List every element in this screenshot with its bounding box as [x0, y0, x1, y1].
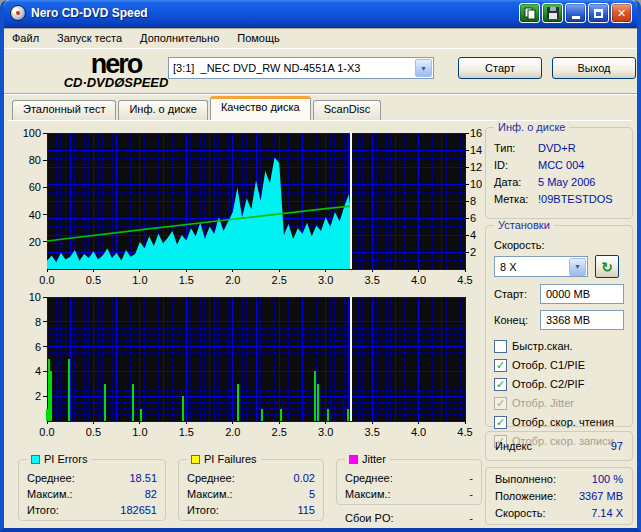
stat-value: 18.51 — [129, 470, 157, 486]
stat-title: PI Failures — [204, 453, 257, 465]
end-position-input[interactable]: 3368 MB — [540, 310, 624, 330]
stat-row: Максим.:- — [345, 486, 473, 502]
checkmark-icon: ✓ — [496, 360, 505, 371]
stat-label: Среднее: — [187, 470, 235, 486]
minimize-button[interactable] — [565, 3, 586, 23]
stat-col-PI Failures: PI FailuresСреднее:0.02Максим.:5Итого:11… — [178, 459, 324, 521]
tab-Качество диска[interactable]: Качество диска — [210, 96, 311, 120]
checkbox-box[interactable]: ✓ — [494, 359, 507, 372]
copy-icon — [524, 7, 536, 20]
svg-text:40: 40 — [29, 209, 41, 221]
svg-text:2.5: 2.5 — [272, 274, 287, 286]
svg-text:4.0: 4.0 — [411, 426, 426, 438]
svg-text:2: 2 — [470, 246, 476, 258]
pi-errors-chart: 204060801002468101214160.00.51.01.52.02.… — [9, 125, 483, 291]
end-position-row: Конец: 3368 MB — [494, 310, 624, 330]
svg-text:10: 10 — [470, 178, 482, 190]
checkbox-label: Отобр. C1/PIE — [512, 359, 585, 371]
svg-text:6: 6 — [470, 212, 476, 224]
svg-text:4.5: 4.5 — [457, 274, 472, 286]
copy-button[interactable] — [519, 3, 540, 23]
checkbox-Отобр. скор. чтения[interactable]: ✓Отобр. скор. чтения — [494, 413, 624, 431]
stat-box-PI Failures: PI FailuresСреднее:0.02Максим.:5Итого:11… — [178, 459, 324, 521]
svg-text:4: 4 — [35, 365, 41, 377]
menu-item-Дополнительно[interactable]: Дополнительно — [140, 32, 219, 44]
checkbox-Отобр. C1/PIE[interactable]: ✓Отобр. C1/PIE — [494, 356, 624, 374]
svg-text:4: 4 — [470, 229, 476, 241]
svg-text:0.0: 0.0 — [39, 274, 54, 286]
start-position-input[interactable]: 0000 MB — [540, 284, 624, 304]
exit-button[interactable]: Выход — [552, 57, 636, 79]
svg-text:0.5: 0.5 — [86, 426, 101, 438]
stat-box-PI Errors: PI ErrorsСреднее:18.51Максим.:82Итого:18… — [18, 459, 166, 521]
stat-row: Максим.:5 — [187, 486, 315, 502]
stat-value: 5 — [309, 486, 315, 502]
menu-item-Помощь[interactable]: Помощь — [237, 32, 280, 44]
statistics-row: PI ErrorsСреднее:18.51Максим.:82Итого:18… — [8, 455, 486, 525]
disc-quality-page: 204060801002468101214160.00.51.01.52.02.… — [8, 120, 633, 524]
checkbox-Отобр. C2/PIF[interactable]: ✓Отобр. C2/PIF — [494, 375, 624, 393]
disc-info-label: Тип: — [494, 140, 538, 157]
svg-text:2.5: 2.5 — [272, 426, 287, 438]
chevron-down-icon: ▼ — [574, 263, 581, 270]
svg-text:60: 60 — [29, 181, 41, 193]
svg-text:8: 8 — [35, 316, 41, 328]
checkmark-icon: ✓ — [496, 417, 505, 428]
index-label: Индекс — [495, 440, 532, 452]
progress-row: Выполнено:100 % — [495, 471, 623, 487]
save-button[interactable] — [542, 3, 563, 23]
start-button[interactable]: Старт — [458, 57, 542, 79]
checkbox-Быстр.скан.[interactable]: ✓Быстр.скан. — [494, 337, 624, 355]
close-button[interactable]: ✕ — [611, 3, 632, 23]
checkbox-box[interactable]: ✓ — [494, 340, 507, 353]
stat-value: 115 — [297, 502, 315, 518]
speed-select[interactable]: 8 X ▼ — [494, 256, 588, 277]
stat-col-Jitter: JitterСреднее:-Максим.:-Сбои PO:- — [336, 459, 482, 526]
maximize-button[interactable] — [588, 3, 609, 23]
title-bar[interactable]: Nero CD-DVD Speed ✕ — [4, 0, 637, 28]
refresh-button[interactable]: ↻ — [595, 255, 619, 278]
stat-label: Среднее: — [345, 470, 393, 486]
disc-info-value: !09BTESTDOS — [538, 191, 613, 208]
menu-item-Запуск теста[interactable]: Запуск теста — [57, 32, 122, 44]
disc-info-label: ID: — [494, 157, 538, 174]
stat-label: Среднее: — [27, 470, 75, 486]
checkmark-icon: ✓ — [496, 398, 505, 409]
stat-legend: PI Failures — [187, 453, 261, 465]
disc-info-title: Инф. о диске — [494, 121, 569, 133]
stat-value: - — [469, 470, 473, 486]
settings-group: Установки Скорость: 8 X ▼ ↻ Старт: 0000 … — [485, 225, 633, 427]
stat-row: Максим.:82 — [27, 486, 157, 502]
tab-ScanDisc[interactable]: ScanDisc — [313, 100, 381, 120]
svg-text:80: 80 — [29, 154, 41, 166]
svg-text:20: 20 — [29, 236, 41, 248]
tab-Эталонный тест[interactable]: Эталонный тест — [12, 100, 116, 120]
svg-text:3.0: 3.0 — [318, 426, 333, 438]
stat-value: - — [469, 486, 473, 502]
menu-item-Файл[interactable]: Файл — [12, 32, 39, 44]
checkbox-box[interactable]: ✓ — [494, 416, 507, 429]
drive-select-arrow[interactable]: ▼ — [415, 59, 432, 77]
maximize-icon — [594, 9, 603, 18]
svg-text:12: 12 — [470, 161, 482, 173]
svg-text:14: 14 — [470, 144, 482, 156]
start-position-row: Старт: 0000 MB — [494, 284, 624, 304]
svg-text:2: 2 — [35, 390, 41, 402]
tab-Инф. о диске[interactable]: Инф. о диске — [118, 100, 207, 120]
checkbox-label: Отобр. скор. чтения — [512, 416, 614, 428]
index-box: Индекс 97 — [485, 431, 633, 461]
window-title: Nero CD-DVD Speed — [31, 6, 517, 20]
svg-text:16: 16 — [470, 127, 482, 139]
speed-select-value: 8 X — [495, 261, 569, 273]
stat-value: 182651 — [120, 502, 157, 518]
progress-label: Выполнено: — [495, 471, 556, 487]
checkbox-box[interactable]: ✓ — [494, 378, 507, 391]
svg-text:0.0: 0.0 — [39, 426, 54, 438]
header: nero CD·DVDØSPEED [3:1] _NEC DVD_RW ND-4… — [4, 49, 637, 95]
progress-value: 7.14 X — [591, 505, 623, 521]
speed-select-arrow[interactable]: ▼ — [569, 258, 586, 276]
drive-select[interactable]: [3:1] _NEC DVD_RW ND-4551A 1-X3 ▼ — [168, 57, 434, 79]
disc-info-label: Дата: — [494, 174, 538, 191]
checkbox-label: Быстр.скан. — [512, 340, 573, 352]
drive-select-value: [3:1] _NEC DVD_RW ND-4551A 1-X3 — [169, 62, 415, 74]
